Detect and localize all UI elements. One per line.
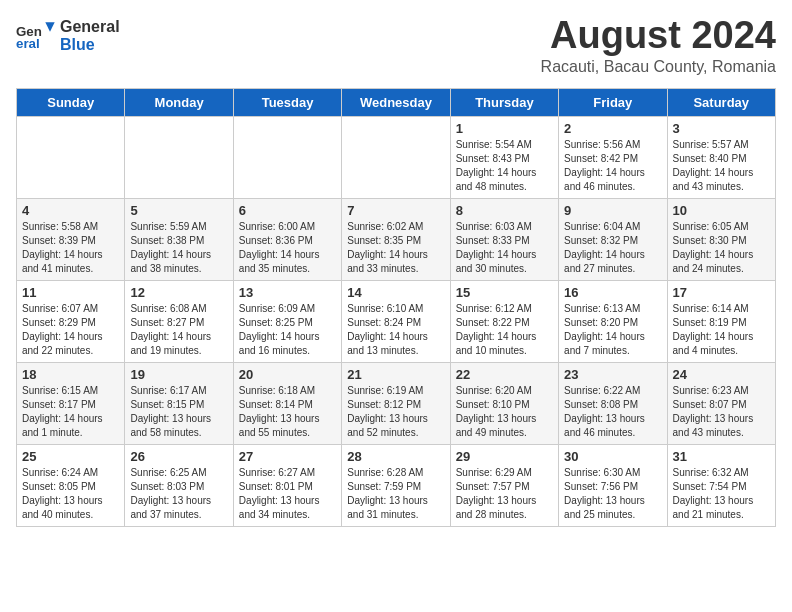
weekday-header-sunday: Sunday <box>17 89 125 117</box>
day-number: 11 <box>22 285 119 300</box>
calendar-cell: 2Sunrise: 5:56 AM Sunset: 8:42 PM Daylig… <box>559 117 667 199</box>
day-info: Sunrise: 6:00 AM Sunset: 8:36 PM Dayligh… <box>239 220 336 276</box>
day-number: 20 <box>239 367 336 382</box>
day-number: 5 <box>130 203 227 218</box>
calendar-week-row: 1Sunrise: 5:54 AM Sunset: 8:43 PM Daylig… <box>17 117 776 199</box>
day-number: 13 <box>239 285 336 300</box>
day-info: Sunrise: 6:15 AM Sunset: 8:17 PM Dayligh… <box>22 384 119 440</box>
logo-blue: Blue <box>60 36 120 54</box>
day-number: 12 <box>130 285 227 300</box>
day-number: 3 <box>673 121 770 136</box>
calendar-cell: 27Sunrise: 6:27 AM Sunset: 8:01 PM Dayli… <box>233 445 341 527</box>
day-info: Sunrise: 6:18 AM Sunset: 8:14 PM Dayligh… <box>239 384 336 440</box>
day-info: Sunrise: 6:07 AM Sunset: 8:29 PM Dayligh… <box>22 302 119 358</box>
day-info: Sunrise: 6:13 AM Sunset: 8:20 PM Dayligh… <box>564 302 661 358</box>
calendar-cell: 6Sunrise: 6:00 AM Sunset: 8:36 PM Daylig… <box>233 199 341 281</box>
day-number: 22 <box>456 367 553 382</box>
calendar-cell: 4Sunrise: 5:58 AM Sunset: 8:39 PM Daylig… <box>17 199 125 281</box>
day-number: 25 <box>22 449 119 464</box>
weekday-header-thursday: Thursday <box>450 89 558 117</box>
calendar-cell: 16Sunrise: 6:13 AM Sunset: 8:20 PM Dayli… <box>559 281 667 363</box>
calendar-week-row: 4Sunrise: 5:58 AM Sunset: 8:39 PM Daylig… <box>17 199 776 281</box>
day-number: 15 <box>456 285 553 300</box>
day-number: 28 <box>347 449 444 464</box>
calendar-cell: 23Sunrise: 6:22 AM Sunset: 8:08 PM Dayli… <box>559 363 667 445</box>
calendar-cell: 3Sunrise: 5:57 AM Sunset: 8:40 PM Daylig… <box>667 117 775 199</box>
calendar-cell: 1Sunrise: 5:54 AM Sunset: 8:43 PM Daylig… <box>450 117 558 199</box>
day-info: Sunrise: 6:19 AM Sunset: 8:12 PM Dayligh… <box>347 384 444 440</box>
day-info: Sunrise: 6:23 AM Sunset: 8:07 PM Dayligh… <box>673 384 770 440</box>
day-info: Sunrise: 6:27 AM Sunset: 8:01 PM Dayligh… <box>239 466 336 522</box>
calendar-cell: 25Sunrise: 6:24 AM Sunset: 8:05 PM Dayli… <box>17 445 125 527</box>
calendar-cell: 14Sunrise: 6:10 AM Sunset: 8:24 PM Dayli… <box>342 281 450 363</box>
calendar-cell <box>233 117 341 199</box>
weekday-header-saturday: Saturday <box>667 89 775 117</box>
calendar-cell: 20Sunrise: 6:18 AM Sunset: 8:14 PM Dayli… <box>233 363 341 445</box>
day-number: 24 <box>673 367 770 382</box>
logo-general: General <box>60 18 120 36</box>
calendar-cell <box>125 117 233 199</box>
calendar-cell: 30Sunrise: 6:30 AM Sunset: 7:56 PM Dayli… <box>559 445 667 527</box>
weekday-header-row: SundayMondayTuesdayWednesdayThursdayFrid… <box>17 89 776 117</box>
calendar-cell: 19Sunrise: 6:17 AM Sunset: 8:15 PM Dayli… <box>125 363 233 445</box>
day-info: Sunrise: 6:29 AM Sunset: 7:57 PM Dayligh… <box>456 466 553 522</box>
calendar-cell: 7Sunrise: 6:02 AM Sunset: 8:35 PM Daylig… <box>342 199 450 281</box>
svg-marker-2 <box>45 22 54 31</box>
logo-name: General Blue <box>60 18 120 53</box>
month-year: August 2024 <box>541 16 776 54</box>
calendar-cell: 26Sunrise: 6:25 AM Sunset: 8:03 PM Dayli… <box>125 445 233 527</box>
day-info: Sunrise: 6:17 AM Sunset: 8:15 PM Dayligh… <box>130 384 227 440</box>
day-info: Sunrise: 6:20 AM Sunset: 8:10 PM Dayligh… <box>456 384 553 440</box>
day-number: 23 <box>564 367 661 382</box>
day-info: Sunrise: 6:14 AM Sunset: 8:19 PM Dayligh… <box>673 302 770 358</box>
weekday-header-friday: Friday <box>559 89 667 117</box>
calendar-cell: 28Sunrise: 6:28 AM Sunset: 7:59 PM Dayli… <box>342 445 450 527</box>
day-number: 27 <box>239 449 336 464</box>
day-number: 2 <box>564 121 661 136</box>
calendar-cell: 13Sunrise: 6:09 AM Sunset: 8:25 PM Dayli… <box>233 281 341 363</box>
day-info: Sunrise: 5:58 AM Sunset: 8:39 PM Dayligh… <box>22 220 119 276</box>
calendar-cell <box>342 117 450 199</box>
day-info: Sunrise: 6:02 AM Sunset: 8:35 PM Dayligh… <box>347 220 444 276</box>
calendar-week-row: 18Sunrise: 6:15 AM Sunset: 8:17 PM Dayli… <box>17 363 776 445</box>
day-number: 8 <box>456 203 553 218</box>
calendar-cell: 17Sunrise: 6:14 AM Sunset: 8:19 PM Dayli… <box>667 281 775 363</box>
day-number: 6 <box>239 203 336 218</box>
day-number: 21 <box>347 367 444 382</box>
day-info: Sunrise: 6:10 AM Sunset: 8:24 PM Dayligh… <box>347 302 444 358</box>
svg-text:eral: eral <box>16 36 40 51</box>
day-number: 9 <box>564 203 661 218</box>
calendar-cell: 31Sunrise: 6:32 AM Sunset: 7:54 PM Dayli… <box>667 445 775 527</box>
calendar-cell <box>17 117 125 199</box>
calendar-cell: 15Sunrise: 6:12 AM Sunset: 8:22 PM Dayli… <box>450 281 558 363</box>
day-info: Sunrise: 6:09 AM Sunset: 8:25 PM Dayligh… <box>239 302 336 358</box>
calendar-cell: 9Sunrise: 6:04 AM Sunset: 8:32 PM Daylig… <box>559 199 667 281</box>
day-info: Sunrise: 6:12 AM Sunset: 8:22 PM Dayligh… <box>456 302 553 358</box>
calendar-cell: 24Sunrise: 6:23 AM Sunset: 8:07 PM Dayli… <box>667 363 775 445</box>
day-info: Sunrise: 6:28 AM Sunset: 7:59 PM Dayligh… <box>347 466 444 522</box>
location: Racauti, Bacau County, Romania <box>541 58 776 76</box>
calendar-week-row: 25Sunrise: 6:24 AM Sunset: 8:05 PM Dayli… <box>17 445 776 527</box>
day-info: Sunrise: 6:08 AM Sunset: 8:27 PM Dayligh… <box>130 302 227 358</box>
day-number: 26 <box>130 449 227 464</box>
day-info: Sunrise: 6:25 AM Sunset: 8:03 PM Dayligh… <box>130 466 227 522</box>
title-section: August 2024 Racauti, Bacau County, Roman… <box>541 16 776 76</box>
day-info: Sunrise: 5:57 AM Sunset: 8:40 PM Dayligh… <box>673 138 770 194</box>
day-info: Sunrise: 5:56 AM Sunset: 8:42 PM Dayligh… <box>564 138 661 194</box>
calendar-cell: 29Sunrise: 6:29 AM Sunset: 7:57 PM Dayli… <box>450 445 558 527</box>
calendar-cell: 5Sunrise: 5:59 AM Sunset: 8:38 PM Daylig… <box>125 199 233 281</box>
logo-svg: Gen eral <box>16 16 56 56</box>
calendar-cell: 18Sunrise: 6:15 AM Sunset: 8:17 PM Dayli… <box>17 363 125 445</box>
day-number: 16 <box>564 285 661 300</box>
calendar-cell: 11Sunrise: 6:07 AM Sunset: 8:29 PM Dayli… <box>17 281 125 363</box>
day-number: 14 <box>347 285 444 300</box>
day-info: Sunrise: 6:30 AM Sunset: 7:56 PM Dayligh… <box>564 466 661 522</box>
day-number: 10 <box>673 203 770 218</box>
day-number: 30 <box>564 449 661 464</box>
weekday-header-tuesday: Tuesday <box>233 89 341 117</box>
header: Gen eral General Blue August 2024 Racaut… <box>16 16 776 76</box>
day-info: Sunrise: 6:03 AM Sunset: 8:33 PM Dayligh… <box>456 220 553 276</box>
calendar-cell: 8Sunrise: 6:03 AM Sunset: 8:33 PM Daylig… <box>450 199 558 281</box>
day-number: 7 <box>347 203 444 218</box>
calendar-week-row: 11Sunrise: 6:07 AM Sunset: 8:29 PM Dayli… <box>17 281 776 363</box>
